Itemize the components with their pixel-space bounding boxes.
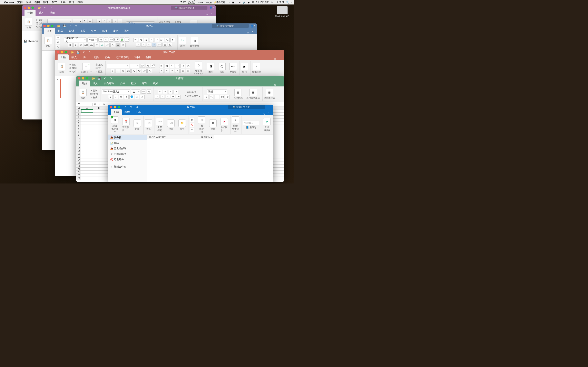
collapse-ribbon-icon[interactable]: ˄ bbox=[279, 83, 280, 86]
numbering-button[interactable]: ≡1 bbox=[164, 64, 169, 68]
outlook-titlebar[interactable]: ↶↷🖨 收件箱 🔍 搜索此文件夹 bbox=[108, 105, 273, 109]
row-header[interactable]: 10 bbox=[76, 137, 81, 140]
open-icon[interactable]: 📂 bbox=[92, 77, 95, 80]
row-header[interactable]: 12 bbox=[76, 143, 81, 146]
save-icon[interactable]: 💾 bbox=[63, 24, 66, 27]
tab-insert[interactable]: 插入 bbox=[55, 28, 66, 34]
dec-decimal-button[interactable]: .0 bbox=[225, 95, 230, 99]
status-temp[interactable]: ℉68° bbox=[180, 1, 186, 3]
tab-slideshow[interactable]: 幻灯片放映 bbox=[113, 54, 132, 60]
save-icon[interactable]: 💾 bbox=[76, 50, 80, 54]
comma-button[interactable]: , bbox=[215, 95, 219, 99]
follow-up-button[interactable]: ⚑ bbox=[221, 118, 228, 125]
merge-center-button[interactable]: ⊟ 合并后居中 ▾ bbox=[185, 95, 200, 98]
cell[interactable] bbox=[81, 161, 93, 164]
show-marks-button[interactable]: ¶ bbox=[171, 38, 175, 42]
shrink-font-button[interactable]: A↓ bbox=[104, 38, 108, 42]
row-header[interactable]: 7 bbox=[76, 128, 81, 131]
folder-sent[interactable]: 📤已发送邮件 bbox=[108, 146, 147, 151]
outdent-button[interactable]: ⇤ bbox=[171, 95, 175, 99]
quick-styles-button[interactable]: ✎ bbox=[253, 63, 260, 70]
undo-icon[interactable]: ↶ bbox=[82, 50, 85, 54]
clear-format-button[interactable]: A⌫ bbox=[151, 64, 155, 68]
status-battery-icon[interactable]: ▮▮ bbox=[232, 1, 234, 4]
smiley-icon[interactable]: ☺ bbox=[274, 57, 276, 60]
tab-data[interactable]: 数据 bbox=[128, 81, 139, 86]
row-header[interactable]: 14 bbox=[76, 149, 81, 152]
categorize-button[interactable]: ▦ bbox=[209, 119, 217, 127]
shapes-button[interactable]: ◯ bbox=[218, 63, 226, 70]
status-time[interactable]: 10:27:21 bbox=[276, 1, 284, 3]
format-painter-button[interactable]: ✎ 格式 bbox=[90, 96, 97, 99]
undo-icon[interactable]: ↶ bbox=[103, 77, 107, 80]
redo-icon[interactable]: ↷ bbox=[109, 77, 112, 80]
row-header[interactable]: 1 bbox=[76, 109, 81, 112]
delete-button[interactable]: ✕ bbox=[134, 119, 141, 127]
desktop-hd[interactable]: Macintosh HD bbox=[274, 6, 290, 17]
zoom-button[interactable] bbox=[65, 51, 67, 53]
align-center-button[interactable]: ≡ bbox=[141, 43, 146, 47]
format-painter-button[interactable]: ✎ 格式 bbox=[69, 70, 76, 73]
font-combo[interactable] bbox=[47, 19, 72, 24]
open-icon[interactable]: 📂 bbox=[38, 6, 41, 9]
status-net[interactable]: 97.1KB/s2.7MB/s bbox=[188, 0, 196, 4]
redo-icon[interactable]: ↷ bbox=[49, 6, 52, 9]
cell[interactable] bbox=[81, 171, 93, 174]
paste-button[interactable]: 📋 bbox=[25, 18, 32, 25]
menu-format[interactable]: 格式 bbox=[52, 0, 57, 4]
status-volume-icon[interactable]: 🔊 bbox=[243, 1, 246, 4]
tab-home[interactable]: 开始 bbox=[111, 109, 122, 115]
align-text-button[interactable]: ▤ bbox=[186, 69, 190, 73]
tab-pagelayout[interactable]: 页面布局 bbox=[101, 81, 117, 86]
format-painter-button[interactable]: ✎ bbox=[56, 45, 60, 49]
section-button[interactable]: ▤ 节 bbox=[95, 67, 101, 70]
grow-font-button[interactable]: A↑ bbox=[141, 90, 146, 94]
align-left-button[interactable]: ≡ bbox=[155, 95, 159, 99]
cell[interactable] bbox=[81, 131, 93, 134]
text-direction-button[interactable]: ↕A bbox=[186, 64, 190, 68]
tab-insert[interactable]: 插入 bbox=[69, 54, 80, 60]
multilevel-button[interactable]: ≣ bbox=[144, 38, 148, 42]
close-button[interactable] bbox=[78, 77, 80, 80]
row-header[interactable]: 8 bbox=[76, 131, 81, 134]
bold-button[interactable]: B bbox=[68, 43, 72, 47]
forward-button[interactable]: ↪✉ bbox=[167, 119, 174, 127]
tab-transitions[interactable]: 切换 bbox=[91, 54, 102, 60]
subscript-button[interactable]: X₂ bbox=[89, 43, 94, 47]
ltr-button[interactable]: A↔ bbox=[160, 38, 164, 42]
tab-home[interactable]: 开始 bbox=[79, 81, 90, 86]
row-header[interactable]: 20 bbox=[76, 167, 81, 170]
cell[interactable] bbox=[93, 167, 105, 170]
italic-button[interactable]: I bbox=[73, 43, 78, 47]
tab-review[interactable]: 审阅 bbox=[132, 54, 143, 60]
cell[interactable] bbox=[93, 116, 105, 118]
font-combo[interactable] bbox=[107, 64, 129, 68]
size-combo[interactable]: 小四 bbox=[87, 38, 98, 42]
size-combo[interactable]: 12 bbox=[131, 90, 140, 94]
font-color-button[interactable]: A bbox=[147, 69, 152, 73]
new-item-button[interactable]: 📅 bbox=[122, 118, 130, 125]
undo-icon[interactable]: ↶ bbox=[69, 24, 72, 27]
underline-button[interactable]: U bbox=[79, 43, 83, 47]
wrap-text-button[interactable]: ↩ 自动换行 bbox=[185, 91, 196, 94]
row-header[interactable]: 23 bbox=[76, 177, 81, 180]
change-case-button[interactable]: Aa bbox=[109, 38, 113, 42]
minimize-button[interactable] bbox=[27, 7, 30, 9]
enter-icon[interactable]: ✓ bbox=[97, 103, 102, 106]
status-display-icon[interactable]: ▭ bbox=[227, 1, 229, 4]
sort-button[interactable]: A↓ bbox=[165, 38, 170, 42]
align-center-button[interactable]: ≡ bbox=[164, 69, 169, 73]
align-middle-button[interactable]: ≡ bbox=[163, 90, 167, 94]
cell[interactable] bbox=[81, 149, 93, 152]
folder-smart[interactable]: ▸智能文件夹 bbox=[108, 164, 147, 169]
borders-button[interactable]: ⊞ bbox=[124, 95, 129, 99]
cell[interactable] bbox=[93, 165, 105, 167]
menu-view[interactable]: 视图 bbox=[35, 0, 40, 4]
size-combo[interactable] bbox=[73, 19, 82, 24]
row-header[interactable]: 9 bbox=[76, 134, 81, 137]
inc-decimal-button[interactable]: .00 bbox=[220, 95, 224, 99]
tab-view[interactable]: 视图 bbox=[143, 54, 154, 60]
tab-formulas[interactable]: 公式 bbox=[117, 81, 128, 86]
justify-button[interactable]: ≡ bbox=[175, 69, 180, 73]
cell[interactable] bbox=[81, 177, 93, 180]
